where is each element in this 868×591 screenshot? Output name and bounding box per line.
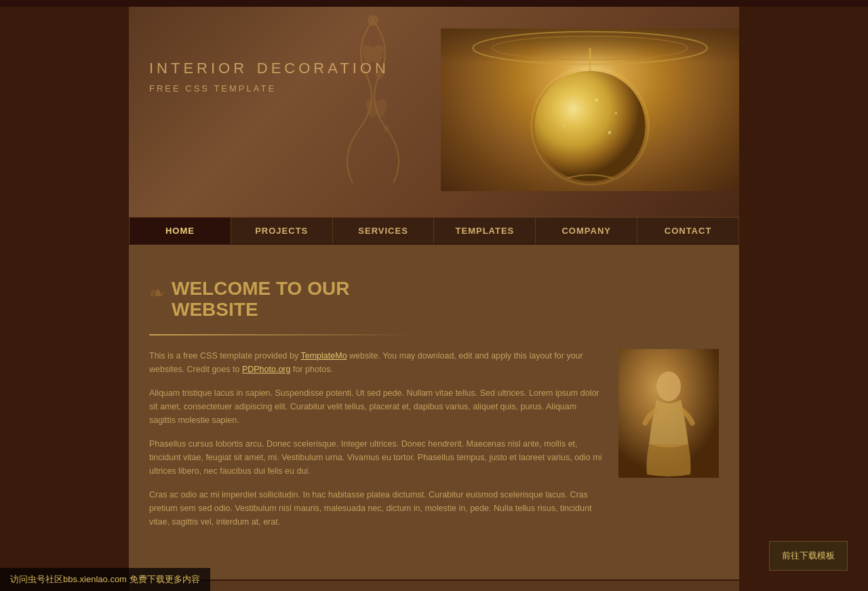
svg-point-9 bbox=[614, 112, 617, 115]
svg-point-2 bbox=[383, 125, 390, 132]
statue-visual bbox=[618, 349, 719, 478]
header-image bbox=[441, 28, 739, 191]
welcome-line2: WEBSITE bbox=[172, 300, 349, 321]
paragraph-2: Phasellus cursus lobortis arcu. Donec sc… bbox=[149, 437, 605, 478]
nav-services[interactable]: SERVICES bbox=[333, 218, 435, 244]
welcome-divider bbox=[149, 334, 420, 335]
svg-point-11 bbox=[608, 131, 611, 134]
nav-contact[interactable]: CONTACT bbox=[637, 218, 739, 244]
svg-point-7 bbox=[572, 104, 576, 108]
watermark: 访问虫号社区bbs.xienlao.com 免费下载更多内容 bbox=[0, 568, 210, 591]
header: INTERIOR DECORATION FREE CSS TEMPLATE bbox=[129, 7, 739, 217]
nav-templates[interactable]: TEMPLATES bbox=[434, 218, 536, 244]
svg-point-1 bbox=[376, 70, 384, 79]
welcome-header: ❧ WELCOME TO OUR WEBSITE bbox=[149, 279, 719, 321]
page-wrapper: INTERIOR DECORATION FREE CSS TEMPLATE bbox=[129, 7, 739, 591]
svg-point-8 bbox=[595, 98, 598, 102]
nav-company[interactable]: COMPANY bbox=[536, 218, 637, 244]
intro-paragraph: This is a free CSS template provided by … bbox=[149, 349, 605, 376]
welcome-title: WELCOME TO OUR WEBSITE bbox=[172, 279, 349, 321]
welcome-line1: WELCOME TO OUR bbox=[172, 279, 349, 300]
content-text: This is a free CSS template provided by … bbox=[149, 349, 605, 539]
svg-point-6 bbox=[534, 70, 645, 181]
bottom-section: ❧ New Services Prae sent dapi bus neque … bbox=[129, 579, 739, 591]
paragraph-1: Aliquam tristique lacus in sapien. Suspe… bbox=[149, 386, 605, 427]
welcome-icon: ❧ bbox=[149, 282, 165, 304]
paragraph-3: Cras ac odio ac mi imperdiet sollicitudi… bbox=[149, 488, 605, 529]
download-button[interactable]: 前往下载模板 bbox=[769, 541, 848, 571]
main-content: ❧ WELCOME TO OUR WEBSITE This is a free … bbox=[129, 245, 739, 579]
top-bar bbox=[0, 0, 868, 7]
chandelier-svg bbox=[441, 28, 739, 191]
svg-point-0 bbox=[368, 15, 378, 26]
templatemo-link[interactable]: TemplateMo bbox=[301, 351, 347, 361]
svg-point-14 bbox=[656, 371, 681, 401]
statue-svg bbox=[618, 349, 719, 478]
content-area: This is a free CSS template provided by … bbox=[149, 349, 719, 539]
content-image bbox=[618, 349, 719, 478]
svg-point-10 bbox=[563, 125, 566, 127]
header-left: INTERIOR DECORATION FREE CSS TEMPLATE bbox=[129, 7, 441, 217]
nav-home[interactable]: HOME bbox=[129, 218, 231, 244]
title-main: INTERIOR bbox=[149, 60, 248, 77]
welcome-title-text: WELCOME TO OUR WEBSITE bbox=[172, 279, 349, 321]
pdphoto-link[interactable]: PDPhoto.org bbox=[242, 365, 291, 374]
chandelier-bg bbox=[441, 28, 739, 191]
nav-projects[interactable]: PROJECTS bbox=[231, 218, 333, 244]
welcome-section: ❧ WELCOME TO OUR WEBSITE This is a free … bbox=[149, 265, 719, 552]
navigation: HOME PROJECTS SERVICES TEMPLATES COMPANY… bbox=[129, 217, 739, 245]
floral-decoration bbox=[305, 7, 441, 210]
